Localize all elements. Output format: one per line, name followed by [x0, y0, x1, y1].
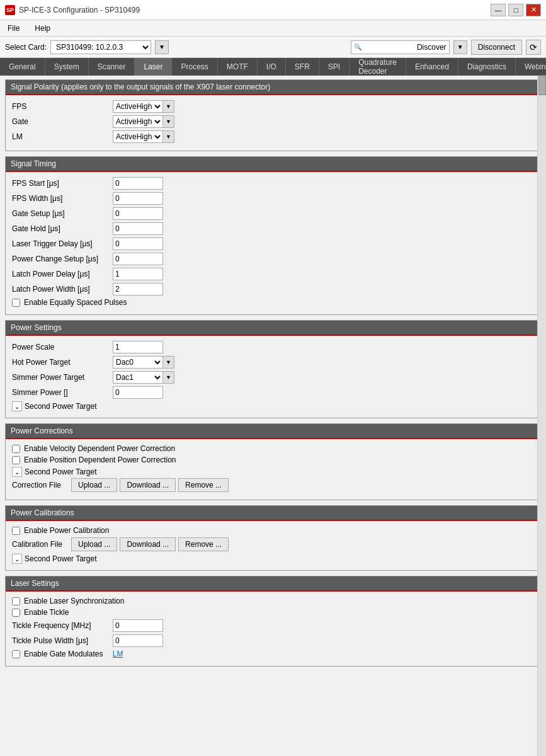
search-icon: 🔍 — [354, 43, 361, 50]
gate-label: Gate — [12, 117, 113, 126]
gate-hold-input[interactable] — [113, 222, 163, 235]
minimize-button[interactable]: — — [491, 4, 506, 16]
window-controls: — □ ✕ — [491, 4, 541, 16]
disconnect-button[interactable]: Disconnect — [471, 40, 522, 55]
fps-select[interactable]: ActiveHighActiveLow — [113, 100, 163, 113]
calibration-download-button[interactable]: Download ... — [120, 537, 176, 551]
correction-download-button[interactable]: Download ... — [120, 478, 176, 492]
calibration-upload-button[interactable]: Upload ... — [71, 537, 117, 551]
menu-file[interactable]: File — [5, 23, 22, 34]
correction-upload-button[interactable]: Upload ... — [71, 478, 117, 492]
enable-calibration-checkbox[interactable] — [12, 527, 20, 535]
latch-power-delay-input[interactable] — [113, 268, 163, 280]
discover-input[interactable] — [364, 43, 414, 52]
latch-power-width-label: Latch Power Width [μs] — [12, 285, 113, 294]
latch-power-width-input[interactable] — [113, 283, 163, 295]
signal-polarity-section: Signal Polarity (applies only to the out… — [5, 79, 541, 151]
simmer-power-select-container: Dac0Dac1Dac2Dac3 ▼ — [113, 371, 174, 384]
discover-arrow[interactable]: ▼ — [453, 40, 467, 54]
laser-sync-checkbox[interactable] — [12, 597, 20, 605]
equally-spaced-label: Enable Equally Spaced Pulses — [24, 298, 127, 307]
gate-setup-input[interactable] — [113, 207, 163, 220]
refresh-button[interactable]: ⟳ — [526, 40, 541, 55]
fps-select-arrow[interactable]: ▼ — [163, 100, 174, 113]
tab-system[interactable]: System — [45, 58, 89, 76]
hot-power-select-container: Dac0Dac1Dac2Dac3 ▼ — [113, 356, 174, 369]
tab-motf[interactable]: MOTF — [218, 58, 258, 76]
tab-sfr[interactable]: SFR — [286, 58, 319, 76]
calibrations-expand-icon[interactable]: ⌄ — [12, 554, 22, 564]
correction-remove-button[interactable]: Remove ... — [178, 478, 229, 492]
tab-diagnostics[interactable]: Diagnostics — [458, 58, 516, 76]
tab-general[interactable]: General — [0, 58, 45, 76]
content-area: Signal Polarity (applies only to the out… — [0, 76, 546, 756]
gate-select-arrow[interactable]: ▼ — [163, 115, 174, 128]
signal-polarity-body: FPS ActiveHighActiveLow ▼ Gate ActiveHig… — [6, 95, 540, 151]
corrections-expand-icon[interactable]: ⌄ — [12, 467, 22, 477]
velocity-correction-checkbox[interactable] — [12, 445, 20, 453]
calibration-remove-button[interactable]: Remove ... — [178, 537, 229, 551]
tickle-pulse-input[interactable] — [113, 634, 163, 647]
card-select[interactable]: SP310499: 10.2.0.3 — [50, 40, 151, 54]
calibration-file-label: Calibration File — [12, 540, 69, 549]
gate-select[interactable]: ActiveHighActiveLow — [113, 115, 163, 128]
latch-power-delay-row: Latch Power Delay [μs] — [12, 268, 534, 280]
scroll-track[interactable] — [537, 76, 546, 756]
close-button[interactable]: ✕ — [526, 4, 541, 16]
title-bar: SP SP-ICE-3 Configuration - SP310499 — □… — [0, 0, 546, 20]
fps-start-row: FPS Start [μs] — [12, 177, 534, 190]
gate-modulates-checkbox[interactable] — [12, 650, 20, 658]
calibrations-second-power-target[interactable]: ⌄ Second Power Target — [12, 554, 534, 564]
tab-process[interactable]: Process — [172, 58, 217, 76]
second-power-expand-icon[interactable]: ⌄ — [12, 401, 22, 411]
hot-power-select-arrow[interactable]: ▼ — [163, 356, 174, 369]
power-settings-body: Power Scale Hot Power Target Dac0Dac1Dac… — [6, 336, 540, 418]
simmer-power-target-select[interactable]: Dac0Dac1Dac2Dac3 — [113, 371, 163, 384]
velocity-correction-label: Enable Velocity Dependent Power Correcti… — [24, 444, 175, 453]
scroll-thumb[interactable] — [538, 76, 546, 95]
lm-link[interactable]: LM — [113, 650, 123, 658]
tab-scanner[interactable]: Scanner — [89, 58, 135, 76]
lm-select-container: ActiveHighActiveLow ▼ — [113, 130, 174, 143]
maximize-button[interactable]: □ — [508, 4, 523, 16]
menu-help[interactable]: Help — [32, 23, 53, 34]
fps-start-input[interactable] — [113, 177, 163, 190]
simmer-power-target-label: Simmer Power Target — [12, 373, 113, 382]
hot-power-target-select[interactable]: Dac0Dac1Dac2Dac3 — [113, 356, 163, 369]
tab-laser[interactable]: Laser — [135, 58, 172, 76]
tab-quadrature[interactable]: Quadrature Decoder — [350, 58, 406, 76]
laser-trigger-delay-input[interactable] — [113, 238, 163, 250]
latch-power-delay-label: Latch Power Delay [μs] — [12, 270, 113, 278]
simmer-power-input[interactable] — [113, 386, 163, 399]
laser-sync-label: Enable Laser Synchronization — [24, 597, 124, 605]
fps-select-container: ActiveHighActiveLow ▼ — [113, 100, 174, 113]
tab-webinterface[interactable]: Webinterface — [516, 58, 546, 76]
tab-spi[interactable]: SPI — [319, 58, 350, 76]
correction-file-row: Correction File Upload ... Download ... … — [12, 478, 534, 492]
fps-width-input[interactable] — [113, 192, 163, 205]
tab-io[interactable]: I/O — [258, 58, 286, 76]
tab-enhanced[interactable]: Enhanced — [406, 58, 458, 76]
corrections-second-power-target[interactable]: ⌄ Second Power Target — [12, 467, 534, 477]
lm-select[interactable]: ActiveHighActiveLow — [113, 130, 163, 143]
fps-label: FPS — [12, 102, 113, 111]
card-select-arrow[interactable]: ▼ — [155, 40, 169, 54]
signal-polarity-header: Signal Polarity (applies only to the out… — [6, 80, 540, 95]
corrections-second-power-label: Second Power Target — [25, 467, 97, 476]
simmer-power-select-arrow[interactable]: ▼ — [163, 371, 174, 384]
position-correction-checkbox[interactable] — [12, 456, 20, 464]
power-scale-row: Power Scale — [12, 341, 534, 353]
equally-spaced-checkbox[interactable] — [12, 299, 20, 307]
lm-select-arrow[interactable]: ▼ — [163, 130, 174, 143]
fps-row: FPS ActiveHighActiveLow ▼ — [12, 100, 534, 113]
enable-tickle-checkbox[interactable] — [12, 609, 20, 617]
tickle-freq-label: Tickle Frequency [MHz] — [12, 621, 113, 630]
gate-select-container: ActiveHighActiveLow ▼ — [113, 115, 174, 128]
lm-row: LM ActiveHighActiveLow ▼ — [12, 130, 534, 143]
power-change-setup-input[interactable] — [113, 253, 163, 265]
tickle-freq-input[interactable] — [113, 619, 163, 632]
discover-label: Discover — [417, 43, 446, 52]
power-settings-second-power-target[interactable]: ⌄ Second Power Target — [12, 401, 534, 411]
discover-search: 🔍 Discover — [351, 40, 450, 54]
power-scale-input[interactable] — [113, 341, 163, 353]
